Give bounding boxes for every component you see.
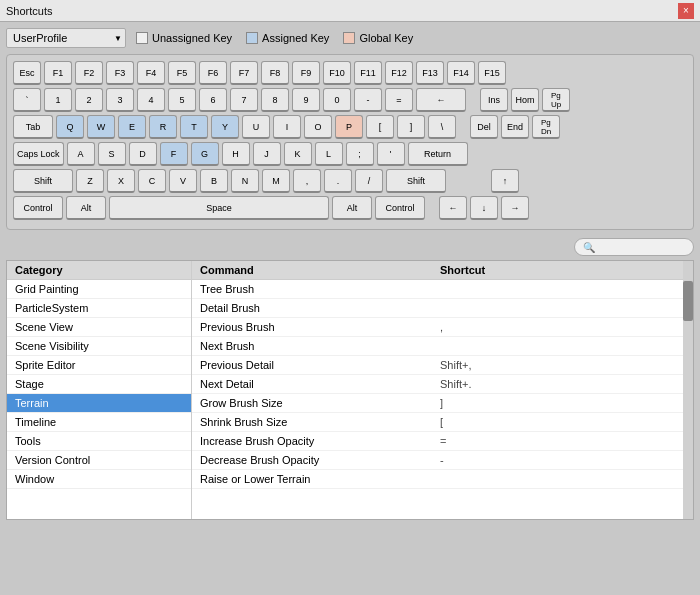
key-capslock[interactable]: Caps Lock	[13, 142, 64, 166]
right-scrollbar[interactable]	[683, 261, 693, 519]
table-row[interactable]: Raise or Lower Terrain	[192, 470, 683, 489]
key-rbracket[interactable]: ]	[397, 115, 425, 139]
key-esc[interactable]: Esc	[13, 61, 41, 85]
key-r[interactable]: R	[149, 115, 177, 139]
key-g[interactable]: G	[191, 142, 219, 166]
key-end[interactable]: End	[501, 115, 529, 139]
key-f4[interactable]: F4	[137, 61, 165, 85]
key-7[interactable]: 7	[230, 88, 258, 112]
key-d[interactable]: D	[129, 142, 157, 166]
key-9[interactable]: 9	[292, 88, 320, 112]
key-e[interactable]: E	[118, 115, 146, 139]
category-item[interactable]: Timeline	[7, 413, 191, 432]
key-down[interactable]: ↓	[470, 196, 498, 220]
key-z[interactable]: Z	[76, 169, 104, 193]
key-f5[interactable]: F5	[168, 61, 196, 85]
key-pgup[interactable]: PgUp	[542, 88, 570, 112]
key-return[interactable]: Return	[408, 142, 468, 166]
key-0[interactable]: 0	[323, 88, 351, 112]
key-8[interactable]: 8	[261, 88, 289, 112]
key-f2[interactable]: F2	[75, 61, 103, 85]
key-6[interactable]: 6	[199, 88, 227, 112]
table-row[interactable]: Previous DetailShift+,	[192, 356, 683, 375]
table-row[interactable]: Grow Brush Size]	[192, 394, 683, 413]
category-item[interactable]: Scene View	[7, 318, 191, 337]
key-slash[interactable]: /	[355, 169, 383, 193]
key-i[interactable]: I	[273, 115, 301, 139]
category-item[interactable]: Stage	[7, 375, 191, 394]
table-row[interactable]: Next Brush	[192, 337, 683, 356]
key-f11[interactable]: F11	[354, 61, 382, 85]
key-u[interactable]: U	[242, 115, 270, 139]
key-ralt[interactable]: Alt	[332, 196, 372, 220]
category-item[interactable]: Scene Visibility	[7, 337, 191, 356]
table-row[interactable]: Increase Brush Opacity=	[192, 432, 683, 451]
key-f9[interactable]: F9	[292, 61, 320, 85]
key-c[interactable]: C	[138, 169, 166, 193]
category-item[interactable]: Sprite Editor	[7, 356, 191, 375]
key-left[interactable]: ←	[439, 196, 467, 220]
key-f[interactable]: F	[160, 142, 188, 166]
key-f6[interactable]: F6	[199, 61, 227, 85]
key-equals[interactable]: =	[385, 88, 413, 112]
key-f7[interactable]: F7	[230, 61, 258, 85]
key-tab[interactable]: Tab	[13, 115, 53, 139]
key-del[interactable]: Del	[470, 115, 498, 139]
key-backspace[interactable]: ←	[416, 88, 466, 112]
key-rshift[interactable]: Shift	[386, 169, 446, 193]
key-b[interactable]: B	[200, 169, 228, 193]
key-2[interactable]: 2	[75, 88, 103, 112]
category-item[interactable]: Terrain	[7, 394, 191, 413]
key-f12[interactable]: F12	[385, 61, 413, 85]
key-y[interactable]: Y	[211, 115, 239, 139]
key-k[interactable]: K	[284, 142, 312, 166]
key-p[interactable]: P	[335, 115, 363, 139]
key-lalt[interactable]: Alt	[66, 196, 106, 220]
key-q[interactable]: Q	[56, 115, 84, 139]
key-f3[interactable]: F3	[106, 61, 134, 85]
key-f13[interactable]: F13	[416, 61, 444, 85]
key-v[interactable]: V	[169, 169, 197, 193]
key-rcontrol[interactable]: Control	[375, 196, 425, 220]
key-comma[interactable]: ,	[293, 169, 321, 193]
key-quote[interactable]: '	[377, 142, 405, 166]
category-item[interactable]: ParticleSystem	[7, 299, 191, 318]
key-3[interactable]: 3	[106, 88, 134, 112]
search-input[interactable]	[574, 238, 694, 256]
key-ins[interactable]: Ins	[480, 88, 508, 112]
key-j[interactable]: J	[253, 142, 281, 166]
key-n[interactable]: N	[231, 169, 259, 193]
key-5[interactable]: 5	[168, 88, 196, 112]
key-f1[interactable]: F1	[44, 61, 72, 85]
table-row[interactable]: Shrink Brush Size[	[192, 413, 683, 432]
key-h[interactable]: H	[222, 142, 250, 166]
key-period[interactable]: .	[324, 169, 352, 193]
close-button[interactable]: ×	[678, 3, 694, 19]
key-lcontrol[interactable]: Control	[13, 196, 63, 220]
table-row[interactable]: Detail Brush	[192, 299, 683, 318]
category-item[interactable]: Grid Painting	[7, 280, 191, 299]
category-item[interactable]: Tools	[7, 432, 191, 451]
key-1[interactable]: 1	[44, 88, 72, 112]
key-s[interactable]: S	[98, 142, 126, 166]
table-row[interactable]: Decrease Brush Opacity-	[192, 451, 683, 470]
key-4[interactable]: 4	[137, 88, 165, 112]
key-x[interactable]: X	[107, 169, 135, 193]
key-backslash[interactable]: \	[428, 115, 456, 139]
key-a[interactable]: A	[67, 142, 95, 166]
category-item[interactable]: Window	[7, 470, 191, 489]
profile-select-wrap[interactable]: UserProfile	[6, 28, 126, 48]
key-o[interactable]: O	[304, 115, 332, 139]
table-row[interactable]: Previous Brush,	[192, 318, 683, 337]
key-space[interactable]: Space	[109, 196, 329, 220]
key-up[interactable]: ↑	[491, 169, 519, 193]
profile-select[interactable]: UserProfile	[6, 28, 126, 48]
key-t[interactable]: T	[180, 115, 208, 139]
key-f15[interactable]: F15	[478, 61, 506, 85]
key-minus[interactable]: -	[354, 88, 382, 112]
key-semicolon[interactable]: ;	[346, 142, 374, 166]
key-right[interactable]: →	[501, 196, 529, 220]
table-row[interactable]: Next DetailShift+.	[192, 375, 683, 394]
table-row[interactable]: Tree Brush	[192, 280, 683, 299]
key-lbracket[interactable]: [	[366, 115, 394, 139]
